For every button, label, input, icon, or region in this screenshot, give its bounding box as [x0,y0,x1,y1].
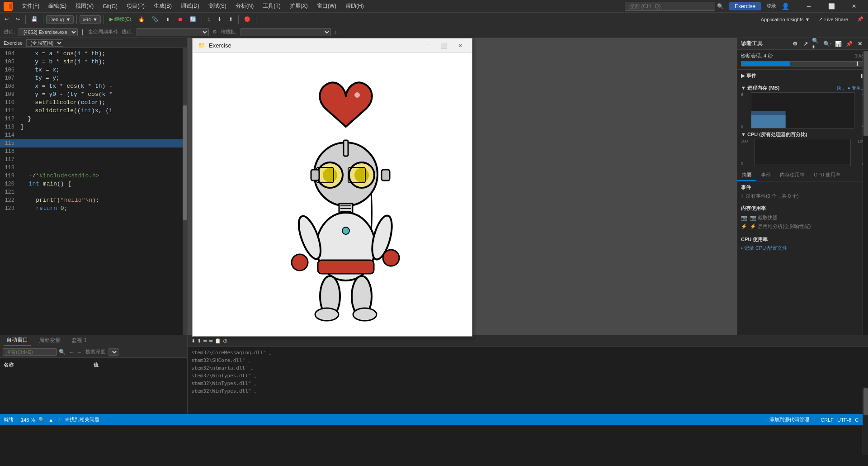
app-insights-button[interactable]: Application Insights ▼ [758,16,813,23]
status-encoding[interactable]: UTF-8 [837,417,851,423]
module-scrollbar[interactable] [863,387,868,414]
undo-button[interactable]: ↩ [2,15,11,23]
module-toolbar-btn-3[interactable]: ⬅ [203,338,207,344]
menu-edit[interactable]: 编辑(E) [45,1,70,11]
status-zoom: 146 % 🔍 ▲ ✓ 未找到相关问题 [21,416,99,423]
minimize-button[interactable]: ─ [798,0,819,13]
snapshot-btn[interactable]: 📷 📷 截取快照 [741,214,864,222]
events-collapse-icon[interactable]: ▶ [741,73,745,79]
menu-project[interactable]: 项目(P) [123,1,148,11]
svg-point-2 [354,92,360,98]
close-button[interactable]: ✕ [844,0,864,13]
status-zoom-level[interactable]: 146 % [21,417,35,423]
toolbar-separator-5 [202,15,202,24]
diag-zoom-out-btn[interactable]: 🔍- [823,39,832,48]
search-depth-label: 搜索深度: [85,348,107,355]
svg-rect-12 [382,170,390,181]
window-controls: ─ ⬜ ✕ [798,0,864,13]
redo-button[interactable]: ↪ [13,15,23,23]
step-into-button[interactable]: ⬇ [215,15,224,23]
heap-btn[interactable]: ⚡ ⚡ 启用堆分析(会影响性能) [741,222,864,231]
robot-svg [246,61,418,328]
app-insights-label: Application Insights [761,17,804,22]
cpu-profile-link[interactable]: • 记录 CPU 配置文件 [741,245,864,252]
diag-scroll-thumb[interactable] [863,51,868,136]
svg-rect-16 [318,260,374,274]
process-dropdown[interactable]: [4652] Exercise.exe [19,28,78,36]
auto-tab-locals[interactable]: 局部变量 [36,336,63,345]
start-button[interactable]: ▶ 继续(C) [107,15,134,24]
menu-build[interactable]: 生成(B) [150,1,175,11]
step-out-button[interactable]: ⬆ [226,15,236,23]
module-toolbar-btn-1[interactable]: ⬇ [191,338,195,344]
pin-button[interactable]: 📌 [854,15,866,23]
exercise-minimize-btn[interactable]: ─ [421,41,434,50]
exercise-restore-btn[interactable]: ⬜ [438,41,450,50]
code-scrollbar-v[interactable] [183,48,187,335]
pause-button[interactable]: ⏸ [163,16,173,23]
save-button[interactable]: 💾 [28,15,40,23]
stack-dropdown[interactable] [241,28,331,36]
nav-fwd-btn[interactable]: → [76,349,82,355]
editor-header: Exercise (全局范围) [0,38,187,48]
diag-tab-memory[interactable]: 内存使用率 [775,170,809,181]
search-go-btn[interactable]: 🔍 [59,349,66,355]
menu-debug[interactable]: 调试(D) [177,1,203,11]
search-depth-dropdown[interactable] [108,348,118,356]
diag-tab-cpu[interactable]: CPU 使用率 [809,170,845,181]
step-over-button[interactable]: ⤵ [205,16,213,23]
chevron-down-icon: ▼ [66,17,71,22]
add-source-btn[interactable]: ↑ 添加到源代码管理 [766,416,810,423]
menu-extensions[interactable]: 扩展(X) [286,1,311,11]
module-toolbar-btn-6[interactable]: ⏱ [223,338,228,344]
auto-tab-auto[interactable]: 自动窗口 [4,335,31,346]
diag-chart-btn[interactable]: 📊 [834,39,843,48]
menu-test[interactable]: 测试(S) [205,1,230,11]
module-toolbar-btn-4[interactable]: ➡ [209,338,213,344]
scope-dropdown[interactable]: (全局范围) [26,39,63,47]
platform-dropdown[interactable]: x64 ▼ [80,15,101,24]
diag-refresh-btn[interactable]: ↗ [801,39,810,48]
exercise-window: 📁 Exercise ─ ⬜ ✕ [192,38,472,337]
diag-tab-summary[interactable]: 摘要 [737,170,756,181]
thread-dropdown[interactable] [137,28,209,36]
live-share-button[interactable]: ↗ Live Share [816,15,851,23]
module-toolbar-btn-5[interactable]: 📋 [215,338,221,344]
cpu-detail-title: CPU 使用率 [741,236,864,243]
code-scroll-thumb[interactable] [183,105,187,220]
module-toolbar-btn-2[interactable]: ⬆ [197,338,201,344]
restore-button[interactable]: ⬜ [821,0,842,13]
diag-events-detail: 事件 》所有事件(0 个，共 0 个) [737,181,868,202]
exercise-close-btn[interactable]: ✕ [454,41,467,50]
menu-analyze[interactable]: 分析(N) [232,1,258,11]
module-scroll-thumb[interactable] [863,388,868,414]
menu-file[interactable]: 文件(F) [18,1,43,11]
nav-back-btn[interactable]: ← [69,349,75,355]
auto-tab-watch[interactable]: 监视 1 [69,336,90,345]
diag-tab-events[interactable]: 事件 [756,170,775,181]
menu-view[interactable]: 视图(V) [72,1,97,11]
login-btn[interactable]: 登录 [766,3,776,10]
debug-mode-dropdown[interactable]: Debug ▼ [46,15,74,24]
search-input[interactable] [625,2,715,11]
menu-help[interactable]: 帮助(H) [342,1,368,11]
diag-settings-btn[interactable]: ⚙ [790,39,799,48]
memory-chart-section: ▼ 进程内存 (MB) 快.. ● 专用... 6 0 [737,84,868,130]
diag-zoom-in-btn[interactable]: 🔍+ [812,39,821,48]
diag-close-btn[interactable]: ✕ [855,39,864,48]
hotstart-button[interactable]: 🔥 [136,15,147,23]
auto-search-input[interactable] [3,348,57,356]
code-line-104: 104 x = a * cos(i * th); [0,50,187,58]
menu-window[interactable]: 窗口(W) [313,1,340,11]
attach-button[interactable]: 📎 [149,15,161,23]
diag-scrollbar[interactable] [863,50,868,335]
diag-pin-btn[interactable]: 📌 [844,39,854,48]
account-icon[interactable]: 👤 [782,3,789,10]
menu-git[interactable]: Git(G) [99,2,121,10]
status-crlf[interactable]: CRLF [821,417,834,423]
menu-tools[interactable]: 工具(T) [259,1,284,11]
breakpoints-button[interactable]: 🔴 [241,15,253,23]
restart-button[interactable]: 🔄 [187,15,199,23]
lifecycle-btn[interactable]: 生命周期事件 [88,29,118,35]
stop-button[interactable]: ⏹ [175,16,185,23]
